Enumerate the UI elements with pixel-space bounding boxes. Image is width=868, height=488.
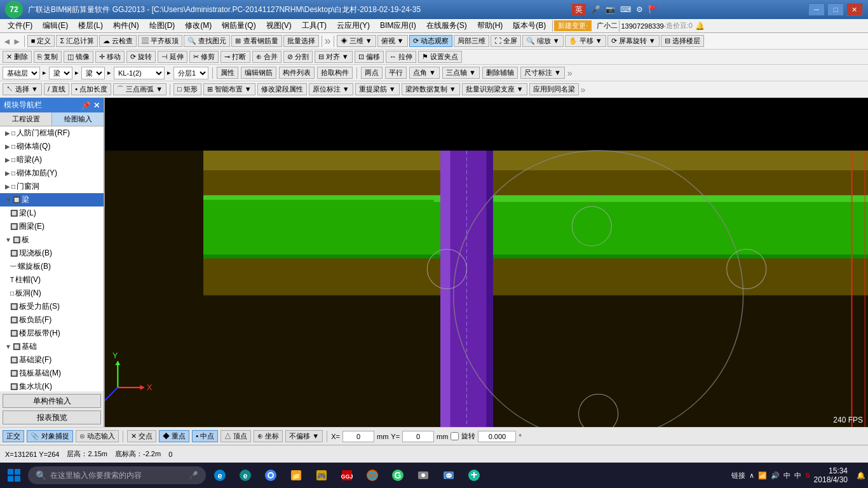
menu-view[interactable]: 视图(V) — [261, 19, 297, 32]
bell-icon[interactable]: 🔔 — [695, 22, 705, 30]
menu-draw[interactable]: 绘图(D) — [144, 19, 180, 32]
dim-btn[interactable]: 尺寸标注 ▼ — [520, 67, 565, 79]
tree-item-jichu[interactable]: ▼ 🔲 基础 — [0, 340, 104, 353]
gear-icon2[interactable]: ⚙ — [636, 5, 643, 14]
taskbar-edge-btn[interactable]: e — [234, 464, 257, 487]
taskbar-ggj-btn[interactable]: GGJ — [336, 464, 358, 487]
flatten-btn[interactable]: ▤ 平齐板顶 — [138, 35, 182, 47]
tree-item-jishui[interactable]: 🔲 集水坑(K) — [0, 380, 104, 391]
back-btn[interactable]: ◄ — [3, 36, 11, 46]
menu-online[interactable]: 在线服务(S) — [421, 19, 472, 32]
orthogonal-btn[interactable]: 正交 — [3, 430, 24, 442]
object-snap-btn[interactable]: 📎 对象捕捉 — [27, 430, 73, 442]
tree-item-liang-l[interactable]: 🔲 梁(L) — [0, 207, 104, 220]
view-rebar-btn[interactable]: ⊞ 查看钢筋量 — [231, 35, 281, 47]
intersection-btn[interactable]: ✕ 交点 — [127, 430, 156, 442]
tree-toggle-qiti[interactable]: ▶ — [5, 143, 10, 150]
level-select[interactable]: 分层1 — [173, 67, 208, 79]
clock[interactable]: 15:34 2018/4/30 — [814, 466, 853, 484]
split-btn[interactable]: ⊘ 分割 — [283, 51, 313, 63]
menu-tools[interactable]: 工具(T) — [297, 19, 332, 32]
menu-help[interactable]: 帮助(H) — [472, 19, 508, 32]
parallel-btn[interactable]: 平行 — [385, 67, 407, 79]
tree-toggle-liang[interactable]: ▼ — [5, 196, 11, 203]
single-comp-btn[interactable]: 单构件输入 — [3, 394, 101, 408]
taskbar-browser2-btn[interactable]: 🌐 — [361, 464, 384, 487]
tray-s[interactable]: S — [805, 471, 810, 479]
lang-btn[interactable]: 英 — [572, 4, 586, 16]
find-btn[interactable]: 🔍 查找图元 — [184, 35, 230, 47]
center-btn[interactable]: • 中点 — [192, 430, 218, 442]
top-view-btn[interactable]: 俯视 ▼ — [377, 35, 408, 47]
no-offset-btn[interactable]: 不偏移 ▼ — [285, 430, 323, 442]
point-len-btn[interactable]: • 点加长度 — [71, 83, 111, 95]
menu-component[interactable]: 构件(N) — [108, 19, 144, 32]
re-extract-btn[interactable]: 重提梁筋 ▼ — [355, 83, 400, 95]
offset-btn[interactable]: ⊡ 偏移 — [355, 51, 384, 63]
mod-seg-btn[interactable]: 修改梁段属性 — [257, 83, 307, 95]
three-point-axis-btn[interactable]: 三点轴 ▼ — [442, 67, 480, 79]
expand-arrow[interactable]: » — [325, 34, 331, 48]
del-axis-btn[interactable]: 删除辅轴 — [482, 67, 518, 79]
batch-id-btn[interactable]: 批量识别梁支座 ▼ — [462, 83, 527, 95]
tray-speaker[interactable]: 🔊 — [771, 471, 780, 480]
tree-item-anliang[interactable]: ▶ □ 暗梁(A) — [0, 153, 104, 166]
menu-modify[interactable]: 修改(M) — [180, 19, 217, 32]
zoom-btn[interactable]: 🔍 缩放 ▼ — [522, 35, 564, 47]
tree-item-quanliang[interactable]: 🔲 圈梁(E) — [0, 220, 104, 233]
expand2[interactable]: » — [567, 68, 573, 78]
menu-edit[interactable]: 编辑(E) — [37, 19, 73, 32]
set-grip-btn[interactable]: ⚑ 设置夹点 — [418, 51, 462, 63]
component-select[interactable]: KL-1(2) — [114, 67, 165, 79]
tray-input[interactable]: 中 — [794, 471, 801, 480]
property-btn[interactable]: 属性 — [217, 67, 238, 79]
two-point-btn[interactable]: 两点 — [361, 67, 383, 79]
tree-toggle-jichu[interactable]: ▼ — [5, 343, 11, 350]
menu-bim[interactable]: BIM应用(I) — [375, 19, 421, 32]
subtype-select[interactable]: 梁 — [81, 67, 105, 79]
report-btn[interactable]: 报表预览 — [3, 410, 101, 424]
taskbar-G-btn[interactable]: G — [386, 464, 409, 487]
y-input[interactable] — [402, 431, 434, 442]
mic-icon[interactable]: 🎤 — [591, 5, 600, 14]
dynamic-input-btn[interactable]: ⊙ 动态输入 — [76, 430, 119, 442]
close-btn[interactable]: ✕ — [846, 3, 863, 16]
tree-item-bandong[interactable]: □ 板洞(N) — [0, 287, 104, 300]
tree-item-jichuliang[interactable]: 🔲 基础梁(F) — [0, 353, 104, 367]
taskbar-file-btn[interactable]: 📁 — [285, 464, 308, 487]
tree-item-faban[interactable]: 🔲 筏板基础(M) — [0, 367, 104, 380]
vertex-btn[interactable]: △ 顶点 — [220, 430, 251, 442]
smart-layout-btn[interactable]: ⊞ 智能布置 ▼ — [203, 83, 255, 95]
tree-toggle-qijin[interactable]: ▶ — [5, 170, 10, 177]
tree-item-ban[interactable]: ▼ 🔲 板 — [0, 233, 104, 247]
menu-floor[interactable]: 楼层(L) — [73, 19, 108, 32]
pick-comp-btn[interactable]: 拾取构件 — [317, 67, 353, 79]
tree-toggle-rfjk[interactable]: ▶ — [5, 130, 10, 137]
rotate-input[interactable] — [478, 431, 516, 442]
define-btn[interactable]: ■ 定义 — [27, 35, 55, 47]
x-input[interactable] — [342, 431, 374, 442]
label-btn[interactable]: 原位标注 ▼ — [309, 83, 353, 95]
taskbar-game-btn[interactable]: 🎮 — [310, 464, 333, 487]
expand3[interactable]: » — [581, 85, 586, 95]
cloud-check-btn[interactable]: ☁ 云检查 — [99, 35, 137, 47]
menu-version[interactable]: 版本号(B) — [508, 19, 551, 32]
maximize-btn[interactable]: □ — [827, 3, 844, 16]
extend-btn[interactable]: ⊣ 延伸 — [158, 51, 187, 63]
nav-pin-btn[interactable]: 📌 — [81, 101, 91, 110]
edit-rebar-btn[interactable]: 编辑钢筋 — [241, 67, 276, 79]
span-copy-btn[interactable]: 梁跨数据复制 ▼ — [402, 83, 460, 95]
forward-btn[interactable]: ► — [13, 36, 22, 46]
comp-list-btn[interactable]: 构件列表 — [279, 67, 315, 79]
tree-toggle-menchuang[interactable]: ▶ — [5, 183, 10, 190]
tree-item-qijin[interactable]: ▶ □ 砌体加筋(Y) — [0, 166, 104, 180]
move-btn[interactable]: ✛ 移动 — [95, 51, 125, 63]
tree-toggle-anliang[interactable]: ▶ — [5, 156, 10, 163]
select-floor-btn[interactable]: ⊟ 选择楼层 — [661, 35, 704, 47]
rotate-checkbox[interactable] — [451, 432, 459, 440]
flag-icon[interactable]: 🚩 — [648, 5, 658, 14]
tray-wifi[interactable]: 📶 — [758, 471, 767, 480]
tree-item-fujin[interactable]: 🔲 板负筋(F) — [0, 313, 104, 327]
minimize-btn[interactable]: ─ — [808, 3, 825, 16]
align-btn[interactable]: ⊟ 对齐 ▼ — [315, 51, 353, 63]
